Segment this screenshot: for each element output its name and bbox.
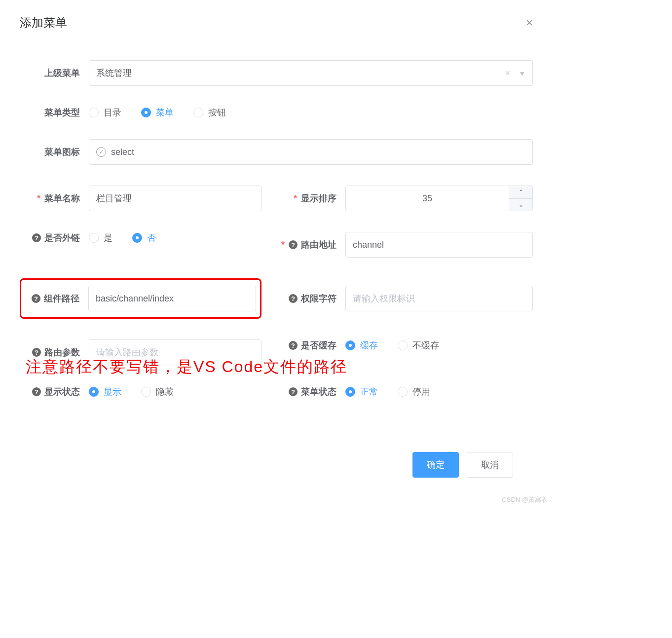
display-order-input[interactable] <box>346 186 509 211</box>
menu-icon-label: 菜单图标 <box>20 146 89 158</box>
add-menu-dialog: 添加菜单 × 上级菜单 系统管理 × ▼ 菜单类型 <box>0 0 553 507</box>
help-icon[interactable]: ? <box>289 240 298 249</box>
close-icon[interactable]: × <box>526 16 533 30</box>
radio-external-yes[interactable]: 是 <box>89 232 112 244</box>
help-icon[interactable]: ? <box>32 387 41 396</box>
permission-label: ? 权限字符 <box>276 293 345 304</box>
radio-cache-yes[interactable]: 缓存 <box>345 339 378 351</box>
menu-status-radios: 正常 停用 <box>345 386 533 398</box>
help-icon[interactable]: ? <box>289 341 298 350</box>
radio-directory[interactable]: 目录 <box>89 107 121 118</box>
annotation-text: 注意路径不要写错，是VS Code文件的路径 <box>26 356 347 378</box>
menu-icon-value: select <box>111 147 134 157</box>
route-address-label: ? 路由地址 <box>276 239 345 251</box>
stepper-down-icon[interactable]: ⌄ <box>509 199 532 211</box>
display-status-radios: 显示 隐藏 <box>89 386 276 398</box>
radio-display-show[interactable]: 显示 <box>89 386 121 398</box>
menu-name-label: 菜单名称 <box>20 192 89 204</box>
watermark: CSDN @萧寓衣 <box>502 495 548 504</box>
help-icon[interactable]: ? <box>289 294 298 303</box>
route-address-input[interactable] <box>345 232 533 258</box>
display-status-label: ? 显示状态 <box>20 386 89 398</box>
is-external-radios: 是 否 <box>89 232 276 244</box>
stepper-up-icon[interactable]: ⌃ <box>509 186 532 199</box>
parent-menu-label: 上级菜单 <box>20 67 89 79</box>
help-icon[interactable]: ? <box>32 233 41 242</box>
is-external-label: ? 是否外链 <box>20 232 89 244</box>
check-circle-icon: ✓ <box>96 147 106 157</box>
radio-status-disabled[interactable]: 停用 <box>398 386 430 398</box>
radio-menu[interactable]: 菜单 <box>141 107 174 118</box>
radio-external-no[interactable]: 否 <box>132 232 156 244</box>
component-path-label: ? 组件路径 <box>25 293 88 304</box>
clear-icon[interactable]: × <box>505 68 511 78</box>
help-icon[interactable]: ? <box>32 348 41 357</box>
display-order-stepper[interactable]: ⌃ ⌄ <box>345 186 533 211</box>
chevron-down-icon: ▼ <box>519 70 525 77</box>
confirm-button[interactable]: 确定 <box>412 452 459 478</box>
radio-display-hide[interactable]: 隐藏 <box>141 386 174 398</box>
radio-button[interactable]: 按钮 <box>193 107 226 118</box>
is-cache-radios: 缓存 不缓存 <box>345 339 533 351</box>
help-icon[interactable]: ? <box>289 387 298 396</box>
cancel-button[interactable]: 取消 <box>467 452 513 478</box>
radio-cache-no[interactable]: 不缓存 <box>398 339 439 351</box>
dialog-title: 添加菜单 <box>20 15 67 31</box>
menu-type-radios: 目录 菜单 按钮 <box>89 107 533 118</box>
help-icon[interactable]: ? <box>32 294 40 303</box>
menu-name-input[interactable] <box>89 186 261 211</box>
dialog-header: 添加菜单 × <box>20 15 533 31</box>
parent-menu-value: 系统管理 <box>96 67 132 79</box>
menu-icon-select[interactable]: ✓ select <box>89 139 533 165</box>
menu-type-label: 菜单类型 <box>20 107 89 118</box>
radio-status-normal[interactable]: 正常 <box>345 386 378 398</box>
menu-status-label: ? 菜单状态 <box>276 386 345 398</box>
component-path-input[interactable] <box>88 286 256 311</box>
parent-menu-select[interactable]: 系统管理 × ▼ <box>89 60 533 86</box>
component-path-highlight: ? 组件路径 <box>20 278 261 319</box>
dialog-footer: 确定 取消 <box>20 437 533 492</box>
permission-input[interactable] <box>345 286 533 311</box>
is-cache-label: ? 是否缓存 <box>276 339 345 351</box>
display-order-label: 显示排序 <box>276 192 345 204</box>
